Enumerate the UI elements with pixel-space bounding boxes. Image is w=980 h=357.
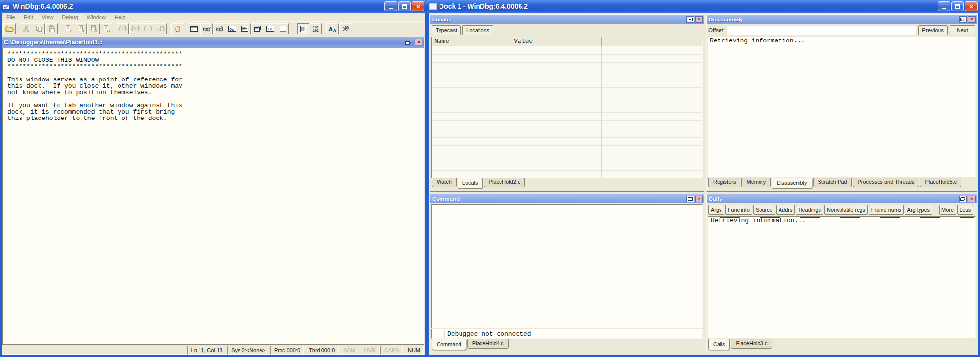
restart-icon[interactable]	[75, 23, 87, 34]
column-header-blank[interactable]	[602, 37, 702, 46]
menu-window[interactable]: Window	[82, 13, 110, 21]
locals-grid-header: Name Value	[432, 37, 702, 46]
arg-types-button[interactable]: Arg types	[905, 205, 932, 215]
calls-selected-row[interactable]: Retrieving information...	[710, 217, 974, 224]
cut-icon[interactable]	[20, 23, 32, 34]
dock1-maximize-button[interactable]	[951, 1, 964, 11]
paste-icon[interactable]	[45, 23, 58, 34]
watch-window-icon[interactable]	[200, 23, 213, 34]
column-header-name[interactable]: Name	[432, 37, 511, 46]
tab-watch[interactable]: Watch	[432, 178, 457, 187]
dock1-minimize-button[interactable]	[938, 1, 950, 11]
less-button[interactable]: Less	[957, 205, 973, 215]
headings-button[interactable]: Headings	[796, 205, 823, 215]
locals-caption[interactable]: Locals ×	[430, 15, 704, 24]
step-out-icon[interactable]: {↑}	[142, 23, 154, 34]
command-window-menu-icon[interactable]	[686, 196, 694, 202]
step-over-icon[interactable]: {↷}	[129, 23, 141, 34]
document-titlebar[interactable]: C:\Debuggers\themes\PlaceHold1.c ×	[2, 37, 424, 48]
open-source-file-icon[interactable]	[3, 23, 16, 34]
options-icon[interactable]	[339, 23, 351, 34]
source-editor[interactable]: ****************************************…	[2, 48, 424, 345]
call-stack-window-icon[interactable]	[251, 23, 263, 34]
tab-placehold3[interactable]: PlaceHold3.c	[731, 339, 772, 349]
locals-grid-body[interactable]	[432, 46, 702, 178]
memory-window-icon[interactable]: 0x	[226, 23, 238, 34]
args-button[interactable]: Args	[708, 205, 724, 215]
calls-content[interactable]: Retrieving information...	[708, 216, 976, 338]
command-caption[interactable]: Command ×	[430, 194, 704, 203]
command-close-icon[interactable]: ×	[695, 196, 703, 202]
calls-close-icon[interactable]: ×	[968, 196, 976, 202]
calls-caption[interactable]: Calls ×	[707, 194, 977, 203]
command-prompt-box[interactable]	[431, 329, 444, 339]
close-button[interactable]: ×	[412, 1, 424, 11]
scratch-pad-window-icon[interactable]	[277, 23, 289, 34]
break-icon[interactable]	[100, 23, 112, 34]
locals-window-menu-icon[interactable]	[686, 16, 694, 23]
tab-registers[interactable]: Registers	[708, 178, 740, 187]
maximize-button[interactable]	[398, 1, 411, 11]
locals-grid[interactable]: Name Value	[431, 37, 703, 178]
typecast-button[interactable]: Typecast	[432, 25, 461, 35]
tab-locals[interactable]: Locals	[458, 178, 483, 189]
float-registers-window-icon[interactable]: 1.0	[264, 23, 276, 34]
statusbar: Ln 11, Col 18 Sys 0:<None> Proc 000:0 Th…	[2, 345, 425, 355]
go-icon[interactable]	[62, 23, 74, 34]
tab-memory[interactable]: Memory	[741, 178, 771, 187]
tab-placehold4[interactable]: PlaceHold4.c	[467, 339, 509, 349]
command-window-icon[interactable]: >_	[188, 23, 200, 34]
status-system: Sys 0:<None>	[227, 346, 269, 355]
menu-debug[interactable]: Debug	[58, 13, 82, 21]
copy-icon[interactable]	[33, 23, 45, 34]
tab-command[interactable]: Command	[432, 339, 466, 350]
addrs-button[interactable]: Addrs	[776, 205, 795, 215]
stop-debugging-icon[interactable]	[87, 23, 100, 34]
previous-button[interactable]: Previous	[918, 25, 948, 35]
column-separator	[601, 46, 602, 178]
command-output[interactable]	[431, 204, 703, 328]
main-titlebar[interactable]: WinDbg:6.4.0006.2 ×	[0, 0, 427, 13]
frame-nums-button[interactable]: Frame nums	[869, 205, 904, 215]
source-mode-icon[interactable]	[297, 23, 309, 34]
menu-view[interactable]: View	[38, 13, 58, 21]
document-restore-button[interactable]	[404, 39, 413, 46]
tab-placehold2[interactable]: PlaceHold2.c	[484, 178, 525, 187]
more-button[interactable]: More	[939, 205, 956, 215]
locals-window-icon[interactable]	[213, 23, 225, 34]
tab-scratch-pad[interactable]: Scratch Pad	[813, 178, 852, 187]
memory-101-icon[interactable]: 101101	[310, 23, 322, 34]
func-info-button[interactable]: Func info	[725, 205, 752, 215]
font-icon[interactable]: AA	[326, 23, 339, 34]
locations-button[interactable]: Locations	[462, 25, 493, 35]
disassembly-caption[interactable]: Disassembly 1.0 ×	[707, 15, 977, 24]
menu-help[interactable]: Help	[110, 13, 130, 21]
calls-text: Retrieving information...	[711, 218, 973, 224]
tab-disassembly[interactable]: Disassembly	[772, 178, 812, 189]
registers-window-icon[interactable]	[239, 23, 251, 34]
dock1-window-title: Dock 1 - WinDbg:6.4.0006.2	[439, 2, 938, 10]
nonvolatile-regs-button[interactable]: Nonvolatile regs	[824, 205, 868, 215]
calls-window-menu-icon[interactable]	[959, 196, 967, 202]
step-into-icon[interactable]: {↓}	[117, 23, 129, 34]
locals-close-icon[interactable]: ×	[695, 16, 703, 23]
menu-file[interactable]: File	[2, 13, 20, 21]
minimize-button[interactable]	[384, 1, 397, 11]
tab-processes-threads[interactable]: Processes and Threads	[853, 178, 919, 187]
dock1-titlebar[interactable]: Dock 1 - WinDbg:6.4.0006.2 ×	[427, 0, 980, 13]
disassembly-close-icon[interactable]: ×	[968, 16, 976, 23]
menu-edit[interactable]: Edit	[20, 13, 38, 21]
disassembly-content[interactable]: Retrieving information...	[708, 37, 976, 177]
next-button[interactable]: Next	[950, 25, 975, 35]
tab-calls[interactable]: Calls	[708, 339, 730, 350]
tab-placehold5[interactable]: PlaceHold5.c	[920, 178, 961, 187]
breakpoint-hand-icon[interactable]	[171, 23, 183, 34]
run-to-cursor-icon[interactable]: →{}	[155, 23, 167, 34]
command-input[interactable]: Debuggee not connected	[445, 329, 703, 339]
offset-input[interactable]	[727, 26, 917, 35]
source-button[interactable]: Source	[753, 205, 775, 215]
column-header-value[interactable]: Value	[511, 37, 602, 46]
disassembly-window-menu-icon[interactable]: 1.0	[959, 16, 967, 23]
dock1-close-button[interactable]: ×	[965, 1, 978, 11]
document-close-button[interactable]: ×	[414, 39, 423, 46]
